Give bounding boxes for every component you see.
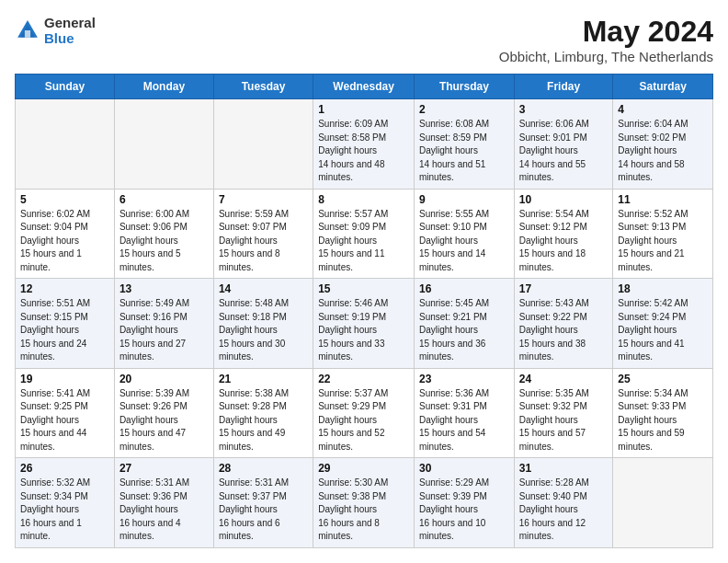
day-cell bbox=[16, 99, 115, 190]
day-info: Sunrise: 5:57 AMSunset: 9:09 PMDaylight … bbox=[318, 208, 409, 275]
day-number: 4 bbox=[618, 103, 708, 116]
day-info: Sunrise: 6:09 AMSunset: 8:58 PMDaylight … bbox=[318, 118, 409, 185]
day-of-week-tuesday: Tuesday bbox=[213, 75, 313, 99]
day-cell: 18Sunrise: 5:42 AMSunset: 9:24 PMDayligh… bbox=[613, 279, 713, 369]
day-number: 24 bbox=[519, 373, 609, 385]
day-number: 30 bbox=[419, 462, 509, 475]
day-number: 3 bbox=[519, 103, 609, 116]
day-info: Sunrise: 5:52 AMSunset: 9:13 PMDaylight … bbox=[618, 208, 708, 275]
week-row-1: 1Sunrise: 6:09 AMSunset: 8:58 PMDaylight… bbox=[16, 99, 713, 190]
day-number: 12 bbox=[20, 282, 109, 295]
day-cell: 6Sunrise: 6:00 AMSunset: 9:06 PMDaylight… bbox=[114, 189, 213, 279]
day-of-week-friday: Friday bbox=[514, 75, 613, 99]
week-row-4: 19Sunrise: 5:41 AMSunset: 9:25 PMDayligh… bbox=[16, 368, 713, 458]
day-info: Sunrise: 5:41 AMSunset: 9:25 PMDaylight … bbox=[20, 387, 109, 454]
day-cell: 4Sunrise: 6:04 AMSunset: 9:02 PMDaylight… bbox=[613, 99, 713, 190]
day-cell: 23Sunrise: 5:36 AMSunset: 9:31 PMDayligh… bbox=[415, 368, 515, 458]
day-number: 6 bbox=[119, 193, 209, 206]
day-info: Sunrise: 5:45 AMSunset: 9:21 PMDaylight … bbox=[419, 297, 509, 364]
day-cell: 21Sunrise: 5:38 AMSunset: 9:28 PMDayligh… bbox=[213, 368, 313, 458]
day-number: 20 bbox=[119, 373, 209, 385]
day-info: Sunrise: 6:04 AMSunset: 9:02 PMDaylight … bbox=[618, 118, 708, 185]
day-number: 28 bbox=[219, 462, 308, 475]
calendar-subtitle: Obbicht, Limburg, The Netherlands bbox=[499, 49, 713, 64]
calendar-title: May 2024 bbox=[499, 15, 713, 49]
day-number: 10 bbox=[519, 193, 609, 206]
title-block: May 2024 Obbicht, Limburg, The Netherlan… bbox=[499, 15, 713, 64]
day-info: Sunrise: 5:30 AMSunset: 9:38 PMDaylight … bbox=[318, 477, 409, 544]
day-cell: 24Sunrise: 5:35 AMSunset: 9:32 PMDayligh… bbox=[514, 368, 613, 458]
day-number: 9 bbox=[419, 193, 509, 206]
day-cell: 29Sunrise: 5:30 AMSunset: 9:38 PMDayligh… bbox=[313, 458, 415, 548]
day-cell: 25Sunrise: 5:34 AMSunset: 9:33 PMDayligh… bbox=[613, 368, 713, 458]
day-of-week-wednesday: Wednesday bbox=[313, 75, 415, 99]
day-cell: 3Sunrise: 6:06 AMSunset: 9:01 PMDaylight… bbox=[514, 99, 613, 190]
day-info: Sunrise: 5:48 AMSunset: 9:18 PMDaylight … bbox=[219, 297, 308, 364]
day-info: Sunrise: 5:49 AMSunset: 9:16 PMDaylight … bbox=[119, 297, 209, 364]
logo: General Blue bbox=[15, 15, 96, 46]
svg-rect-2 bbox=[25, 30, 30, 38]
day-number: 29 bbox=[318, 462, 409, 475]
day-of-week-saturday: Saturday bbox=[613, 75, 713, 99]
logo-icon bbox=[15, 17, 40, 43]
day-info: Sunrise: 6:06 AMSunset: 9:01 PMDaylight … bbox=[519, 118, 609, 185]
day-number: 14 bbox=[219, 282, 308, 295]
day-number: 27 bbox=[119, 462, 209, 475]
day-cell: 12Sunrise: 5:51 AMSunset: 9:15 PMDayligh… bbox=[16, 279, 115, 369]
day-cell: 7Sunrise: 5:59 AMSunset: 9:07 PMDaylight… bbox=[213, 189, 313, 279]
day-info: Sunrise: 5:43 AMSunset: 9:22 PMDaylight … bbox=[519, 297, 609, 364]
day-cell: 16Sunrise: 5:45 AMSunset: 9:21 PMDayligh… bbox=[415, 279, 515, 369]
day-number: 18 bbox=[618, 282, 708, 295]
day-number: 22 bbox=[318, 373, 409, 385]
day-cell: 17Sunrise: 5:43 AMSunset: 9:22 PMDayligh… bbox=[514, 279, 613, 369]
day-cell: 22Sunrise: 5:37 AMSunset: 9:29 PMDayligh… bbox=[313, 368, 415, 458]
day-info: Sunrise: 5:34 AMSunset: 9:33 PMDaylight … bbox=[618, 387, 708, 454]
day-number: 8 bbox=[318, 193, 409, 206]
day-cell: 27Sunrise: 5:31 AMSunset: 9:36 PMDayligh… bbox=[114, 458, 213, 548]
day-info: Sunrise: 5:42 AMSunset: 9:24 PMDaylight … bbox=[618, 297, 708, 364]
day-cell: 19Sunrise: 5:41 AMSunset: 9:25 PMDayligh… bbox=[16, 368, 115, 458]
day-cell: 9Sunrise: 5:55 AMSunset: 9:10 PMDaylight… bbox=[415, 189, 515, 279]
day-cell: 14Sunrise: 5:48 AMSunset: 9:18 PMDayligh… bbox=[213, 279, 313, 369]
day-number: 13 bbox=[119, 282, 209, 295]
day-number: 16 bbox=[419, 282, 509, 295]
day-info: Sunrise: 5:29 AMSunset: 9:39 PMDaylight … bbox=[419, 477, 509, 544]
day-info: Sunrise: 5:32 AMSunset: 9:34 PMDaylight … bbox=[20, 477, 109, 544]
day-number: 7 bbox=[219, 193, 308, 206]
day-number: 19 bbox=[20, 373, 109, 385]
day-info: Sunrise: 5:36 AMSunset: 9:31 PMDaylight … bbox=[419, 387, 509, 454]
day-of-week-sunday: Sunday bbox=[16, 75, 115, 99]
day-number: 31 bbox=[519, 462, 609, 475]
day-info: Sunrise: 6:08 AMSunset: 8:59 PMDaylight … bbox=[419, 118, 509, 185]
day-info: Sunrise: 5:51 AMSunset: 9:15 PMDaylight … bbox=[20, 297, 109, 364]
week-row-3: 12Sunrise: 5:51 AMSunset: 9:15 PMDayligh… bbox=[16, 279, 713, 369]
logo-text: General Blue bbox=[44, 15, 96, 46]
day-info: Sunrise: 5:46 AMSunset: 9:19 PMDaylight … bbox=[318, 297, 409, 364]
day-info: Sunrise: 6:02 AMSunset: 9:04 PMDaylight … bbox=[20, 208, 109, 275]
day-info: Sunrise: 5:31 AMSunset: 9:36 PMDaylight … bbox=[119, 477, 209, 544]
day-number: 21 bbox=[219, 373, 308, 385]
day-cell: 11Sunrise: 5:52 AMSunset: 9:13 PMDayligh… bbox=[613, 189, 713, 279]
day-cell: 10Sunrise: 5:54 AMSunset: 9:12 PMDayligh… bbox=[514, 189, 613, 279]
day-number: 26 bbox=[20, 462, 109, 475]
day-number: 1 bbox=[318, 103, 409, 116]
day-info: Sunrise: 5:55 AMSunset: 9:10 PMDaylight … bbox=[419, 208, 509, 275]
day-number: 17 bbox=[519, 282, 609, 295]
day-cell bbox=[213, 99, 313, 190]
day-info: Sunrise: 5:54 AMSunset: 9:12 PMDaylight … bbox=[519, 208, 609, 275]
day-number: 25 bbox=[618, 373, 708, 385]
day-cell: 15Sunrise: 5:46 AMSunset: 9:19 PMDayligh… bbox=[313, 279, 415, 369]
day-info: Sunrise: 5:38 AMSunset: 9:28 PMDaylight … bbox=[219, 387, 308, 454]
day-cell: 31Sunrise: 5:28 AMSunset: 9:40 PMDayligh… bbox=[514, 458, 613, 548]
day-cell: 30Sunrise: 5:29 AMSunset: 9:39 PMDayligh… bbox=[415, 458, 515, 548]
day-info: Sunrise: 5:37 AMSunset: 9:29 PMDaylight … bbox=[318, 387, 409, 454]
day-cell: 5Sunrise: 6:02 AMSunset: 9:04 PMDaylight… bbox=[16, 189, 115, 279]
day-info: Sunrise: 5:31 AMSunset: 9:37 PMDaylight … bbox=[219, 477, 308, 544]
day-cell: 20Sunrise: 5:39 AMSunset: 9:26 PMDayligh… bbox=[114, 368, 213, 458]
day-cell: 13Sunrise: 5:49 AMSunset: 9:16 PMDayligh… bbox=[114, 279, 213, 369]
day-cell bbox=[114, 99, 213, 190]
day-number: 15 bbox=[318, 282, 409, 295]
day-number: 11 bbox=[618, 193, 708, 206]
day-info: Sunrise: 5:35 AMSunset: 9:32 PMDaylight … bbox=[519, 387, 609, 454]
header: General Blue May 2024 Obbicht, Limburg, … bbox=[15, 15, 713, 64]
